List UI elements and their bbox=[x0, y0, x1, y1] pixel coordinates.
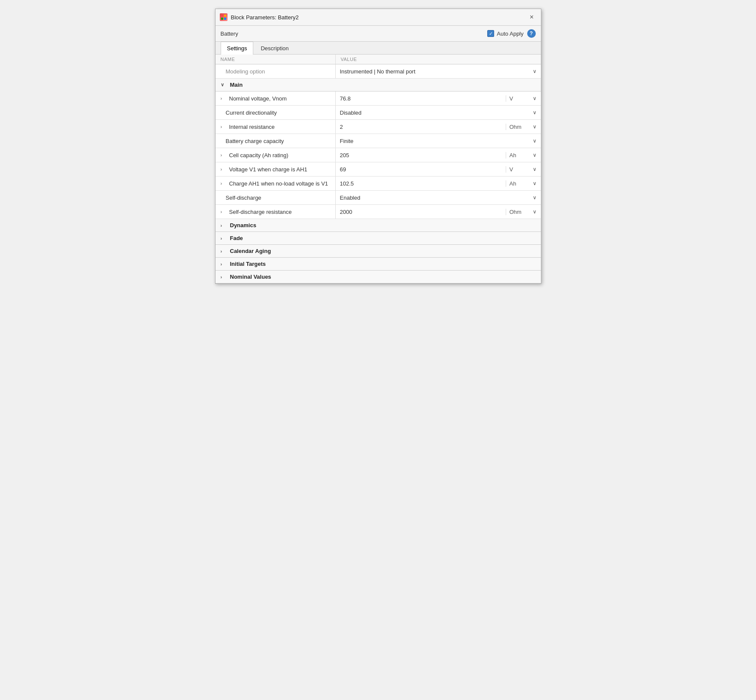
header-bar: Battery ✓ Auto Apply ? bbox=[216, 26, 541, 42]
dropdown-icon-self-discharge-resistance: ∨ bbox=[533, 209, 537, 215]
param-row-battery-charge-capacity: Battery charge capacityFinite∨ bbox=[216, 134, 541, 148]
title-bar: Block Parameters: Battery2 × bbox=[216, 9, 541, 26]
modeling-option-value[interactable]: Instrumented | No thermal port ∨ bbox=[336, 64, 541, 78]
params-container: ›Nominal voltage, Vnom76.8V∨Current dire… bbox=[216, 91, 541, 219]
section-label-fade: Fade bbox=[230, 235, 243, 241]
block-type-label: Battery bbox=[221, 30, 238, 37]
value-column-header: VALUE bbox=[336, 55, 541, 64]
auto-apply-checkbox-icon: ✓ bbox=[487, 30, 494, 37]
modeling-option-dropdown-icon: ∨ bbox=[533, 68, 537, 74]
content-area: NAME VALUE Modeling option Instrumented … bbox=[216, 55, 541, 283]
dropdown-icon-current-directionality: ∨ bbox=[533, 110, 537, 116]
param-name-current-directionality: Current directionality bbox=[216, 106, 336, 119]
window-title: Block Parameters: Battery2 bbox=[231, 14, 299, 21]
section-expand-icon-initial-targets: › bbox=[221, 262, 227, 267]
param-row-voltage-v1: ›Voltage V1 when charge is AH169V∨ bbox=[216, 162, 541, 177]
param-name-self-discharge-resistance: ›Self-discharge resistance bbox=[216, 205, 336, 219]
dropdown-icon-voltage-v1: ∨ bbox=[533, 166, 537, 172]
param-value-nominal-voltage[interactable]: 76.8V∨ bbox=[336, 91, 541, 105]
main-section-expand-icon: ∨ bbox=[221, 82, 227, 88]
param-value-voltage-v1[interactable]: 69V∨ bbox=[336, 162, 541, 176]
dropdown-icon-self-discharge: ∨ bbox=[533, 195, 537, 201]
unit-voltage-v1: V bbox=[510, 166, 531, 173]
param-value-current-directionality[interactable]: Disabled∨ bbox=[336, 106, 541, 119]
main-section-header[interactable]: ∨ Main bbox=[216, 79, 541, 91]
expand-icon-voltage-v1[interactable]: › bbox=[221, 167, 227, 172]
section-header-initial-targets[interactable]: ›Initial Targets bbox=[216, 258, 541, 271]
auto-apply-label: Auto Apply bbox=[497, 30, 523, 37]
section-label-calendar-aging: Calendar Aging bbox=[230, 248, 271, 254]
dropdown-icon-charge-ah1: ∨ bbox=[533, 180, 537, 186]
param-row-charge-ah1: ›Charge AH1 when no-load voltage is V110… bbox=[216, 177, 541, 191]
svg-rect-2 bbox=[221, 18, 223, 20]
dropdown-icon-cell-capacity: ∨ bbox=[533, 152, 537, 158]
param-row-nominal-voltage: ›Nominal voltage, Vnom76.8V∨ bbox=[216, 91, 541, 106]
param-name-charge-ah1: ›Charge AH1 when no-load voltage is V1 bbox=[216, 177, 336, 190]
unit-charge-ah1: Ah bbox=[510, 180, 531, 187]
param-row-self-discharge-resistance: ›Self-discharge resistance2000Ohm∨ bbox=[216, 205, 541, 219]
section-expand-icon-dynamics: › bbox=[221, 223, 227, 228]
window-icon bbox=[220, 13, 228, 21]
unit-self-discharge-resistance: Ohm bbox=[510, 209, 531, 215]
section-expand-icon-fade: › bbox=[221, 236, 227, 241]
unit-internal-resistance: Ohm bbox=[510, 124, 531, 130]
dropdown-icon-nominal-voltage: ∨ bbox=[533, 95, 537, 101]
block-parameters-window: Block Parameters: Battery2 × Battery ✓ A… bbox=[215, 9, 541, 284]
section-label-initial-targets: Initial Targets bbox=[230, 261, 266, 267]
unit-cell-capacity: Ah bbox=[510, 152, 531, 158]
tab-description[interactable]: Description bbox=[254, 42, 295, 55]
param-value-self-discharge[interactable]: Enabled∨ bbox=[336, 191, 541, 204]
sections-container: ›Dynamics›Fade›Calendar Aging›Initial Ta… bbox=[216, 219, 541, 283]
name-column-header: NAME bbox=[216, 55, 336, 64]
param-row-cell-capacity: ›Cell capacity (Ah rating)205Ah∨ bbox=[216, 148, 541, 162]
close-button[interactable]: × bbox=[527, 12, 537, 22]
param-row-internal-resistance: ›Internal resistance2Ohm∨ bbox=[216, 120, 541, 134]
auto-apply-toggle[interactable]: ✓ Auto Apply bbox=[487, 30, 523, 37]
expand-icon-nominal-voltage[interactable]: › bbox=[221, 96, 227, 101]
section-header-dynamics[interactable]: ›Dynamics bbox=[216, 219, 541, 232]
param-value-internal-resistance[interactable]: 2Ohm∨ bbox=[336, 120, 541, 134]
param-name-battery-charge-capacity: Battery charge capacity bbox=[216, 134, 336, 148]
section-header-calendar-aging[interactable]: ›Calendar Aging bbox=[216, 245, 541, 258]
unit-nominal-voltage: V bbox=[510, 95, 531, 102]
expand-icon-internal-resistance[interactable]: › bbox=[221, 124, 227, 129]
section-label-nominal-values: Nominal Values bbox=[230, 274, 271, 280]
section-expand-icon-nominal-values: › bbox=[221, 274, 227, 280]
tabs-bar: Settings Description bbox=[216, 42, 541, 55]
section-expand-icon-calendar-aging: › bbox=[221, 249, 227, 254]
dropdown-icon-battery-charge-capacity: ∨ bbox=[533, 138, 537, 144]
expand-icon-self-discharge-resistance[interactable]: › bbox=[221, 209, 227, 214]
column-headers: NAME VALUE bbox=[216, 55, 541, 64]
expand-icon-cell-capacity[interactable]: › bbox=[221, 152, 227, 158]
param-row-current-directionality: Current directionalityDisabled∨ bbox=[216, 106, 541, 120]
param-value-battery-charge-capacity[interactable]: Finite∨ bbox=[336, 134, 541, 148]
main-section-label: Main bbox=[230, 82, 243, 88]
dropdown-icon-internal-resistance: ∨ bbox=[533, 124, 537, 130]
param-value-charge-ah1[interactable]: 102.5Ah∨ bbox=[336, 177, 541, 190]
help-button[interactable]: ? bbox=[527, 29, 536, 38]
param-name-self-discharge: Self-discharge bbox=[216, 191, 336, 204]
checkmark-icon: ✓ bbox=[489, 31, 493, 37]
modeling-option-name: Modeling option bbox=[216, 64, 336, 78]
param-name-internal-resistance: ›Internal resistance bbox=[216, 120, 336, 134]
param-name-nominal-voltage: ›Nominal voltage, Vnom bbox=[216, 91, 336, 105]
modeling-option-row: Modeling option Instrumented | No therma… bbox=[216, 64, 541, 79]
expand-icon-charge-ah1[interactable]: › bbox=[221, 181, 227, 186]
param-value-cell-capacity[interactable]: 205Ah∨ bbox=[336, 148, 541, 162]
tab-settings[interactable]: Settings bbox=[221, 42, 254, 55]
section-header-fade[interactable]: ›Fade bbox=[216, 232, 541, 245]
section-header-nominal-values[interactable]: ›Nominal Values bbox=[216, 271, 541, 283]
title-bar-left: Block Parameters: Battery2 bbox=[220, 13, 299, 21]
svg-rect-0 bbox=[221, 15, 223, 17]
header-right: ✓ Auto Apply ? bbox=[487, 29, 535, 38]
svg-rect-1 bbox=[224, 15, 226, 17]
section-label-dynamics: Dynamics bbox=[230, 222, 256, 228]
param-value-self-discharge-resistance[interactable]: 2000Ohm∨ bbox=[336, 205, 541, 219]
svg-rect-3 bbox=[224, 18, 226, 20]
param-row-self-discharge: Self-dischargeEnabled∨ bbox=[216, 191, 541, 205]
param-name-voltage-v1: ›Voltage V1 when charge is AH1 bbox=[216, 162, 336, 176]
param-name-cell-capacity: ›Cell capacity (Ah rating) bbox=[216, 148, 336, 162]
